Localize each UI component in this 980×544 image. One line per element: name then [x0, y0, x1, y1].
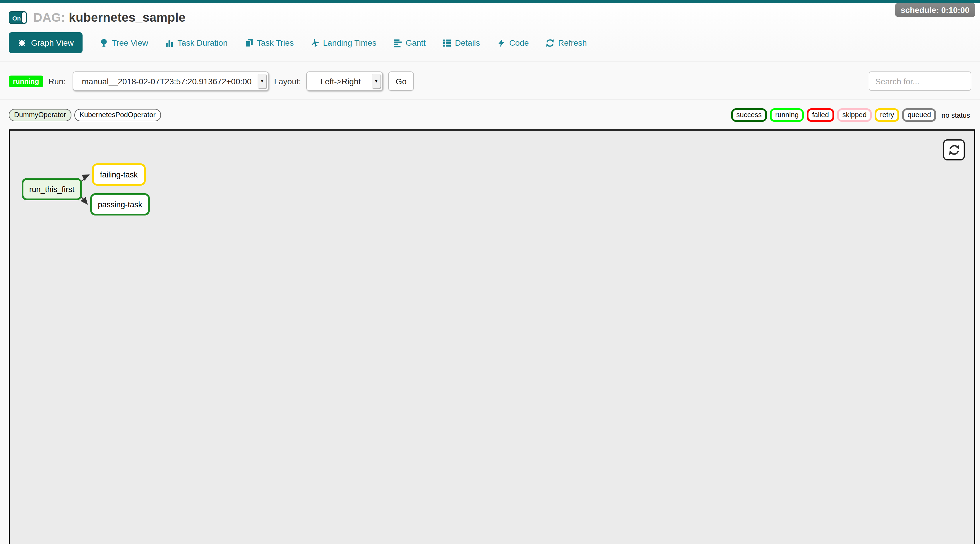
task-node-run_this_first[interactable]: run_this_first	[22, 178, 82, 200]
dag-prefix-label: DAG:	[33, 11, 65, 24]
search-input[interactable]	[869, 72, 971, 91]
run-status-badge: running	[9, 75, 43, 87]
tab-label: Landing Times	[323, 38, 376, 48]
status-legend-failed: failed	[807, 108, 834, 122]
layout-select[interactable]: Left->Right ▼	[306, 72, 383, 91]
task-node-passing-task[interactable]: passing-task	[90, 193, 150, 215]
status-legend: success running failed skipped retry que…	[731, 108, 971, 122]
copy-icon	[245, 38, 253, 47]
refresh-icon	[546, 38, 555, 47]
run-controls: running Run: manual__2018-02-07T23:57:20…	[0, 62, 980, 91]
tab-task-duration[interactable]: Task Duration	[165, 38, 228, 48]
layout-label: Layout:	[274, 76, 301, 86]
task-node-failing-task[interactable]: failing-task	[92, 163, 146, 186]
edge-run_this_first-to-passing-task	[81, 197, 87, 204]
top-navbar	[0, 0, 980, 3]
status-legend-success: success	[731, 108, 767, 122]
tab-label: Gantt	[406, 38, 426, 48]
tab-label: Code	[509, 38, 529, 48]
run-select-value: manual__2018-02-07T23:57:20.913672+00:00	[73, 76, 268, 86]
legend-row: DummyOperator KubernetesPodOperator succ…	[0, 100, 980, 122]
view-nav: Graph View Tree View Task Duration Task …	[0, 25, 980, 53]
tab-label: Task Tries	[257, 38, 294, 48]
tab-label: Task Duration	[177, 38, 228, 48]
tab-label: Refresh	[558, 38, 587, 48]
dag-graph-canvas: run_this_first failing-task passing-task	[9, 129, 975, 544]
tree-icon	[100, 38, 108, 47]
status-legend-no-status: no status	[939, 111, 971, 119]
dag-header: On DAG: kubernetes_sample	[0, 3, 980, 25]
graph-refresh-button[interactable]	[943, 139, 965, 161]
bar-chart-icon	[165, 38, 174, 47]
schedule-badge: schedule: 0:10:00	[895, 3, 975, 17]
edge-run_this_first-to-failing-task	[81, 175, 89, 181]
tab-gantt[interactable]: Gantt	[393, 38, 426, 48]
bolt-icon	[497, 38, 506, 47]
tab-label: Tree View	[112, 38, 148, 48]
layout-select-value: Left->Right	[307, 76, 382, 86]
operator-legend-kubernetespodoperator: KubernetesPodOperator	[74, 109, 161, 121]
go-button[interactable]: Go	[388, 72, 414, 91]
tab-refresh[interactable]: Refresh	[546, 38, 587, 48]
align-left-icon	[393, 38, 402, 47]
status-legend-running: running	[770, 108, 804, 122]
burst-icon	[18, 38, 26, 47]
refresh-icon	[948, 144, 960, 156]
tab-landing-times[interactable]: Landing Times	[311, 38, 376, 48]
run-label: Run:	[48, 76, 65, 86]
status-legend-retry: retry	[875, 108, 899, 122]
tab-tree-view[interactable]: Tree View	[100, 38, 148, 48]
dag-name: kubernetes_sample	[69, 11, 186, 24]
dag-on-toggle-label: On	[12, 14, 21, 21]
dag-on-toggle[interactable]: On	[9, 11, 27, 24]
status-legend-skipped: skipped	[837, 108, 872, 122]
tab-task-tries[interactable]: Task Tries	[245, 38, 294, 48]
chevron-down-icon: ▼	[258, 74, 266, 88]
chevron-down-icon: ▼	[372, 74, 380, 88]
status-legend-queued: queued	[902, 108, 936, 122]
tab-label: Details	[455, 38, 480, 48]
page-title: DAG: kubernetes_sample	[33, 11, 186, 25]
run-select[interactable]: manual__2018-02-07T23:57:20.913672+00:00…	[73, 72, 269, 91]
operator-legend-dummyoperator: DummyOperator	[9, 109, 71, 121]
tab-code[interactable]: Code	[497, 38, 529, 48]
airflow-dag-page: schedule: 0:10:00 On DAG: kubernetes_sam…	[0, 0, 980, 544]
tab-label: Graph View	[31, 38, 74, 48]
tab-details[interactable]: Details	[442, 38, 480, 48]
toggle-knob	[22, 12, 26, 23]
plane-icon	[311, 38, 320, 47]
tab-graph-view[interactable]: Graph View	[9, 32, 83, 53]
list-icon	[442, 38, 451, 47]
